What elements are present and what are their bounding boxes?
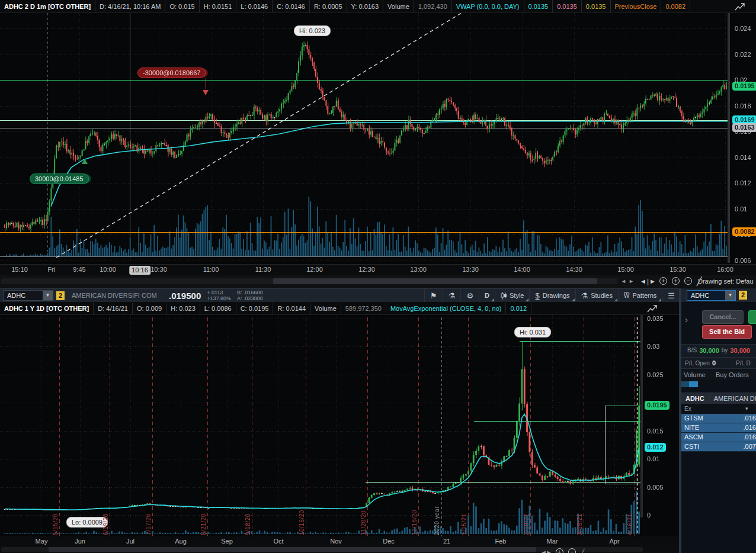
drawing-set-label[interactable]: Drawing set: Defau xyxy=(698,278,754,285)
time-axis-label: Aug xyxy=(175,538,187,545)
ADHC 2 D 1m intraday canvas[interactable] xyxy=(0,13,756,264)
chart-maximize-icon[interactable] xyxy=(735,2,747,11)
sort-descending-icon[interactable]: ▾ xyxy=(745,406,748,411)
time-axis-label: Oct xyxy=(273,538,283,545)
change-stack: +.0113 +137.80% xyxy=(207,290,231,301)
level2-row[interactable]: NITE.0160 xyxy=(681,423,756,433)
expiration-date-label: 5/15/20 xyxy=(52,494,59,535)
pan-right-icon[interactable]: ► xyxy=(629,278,634,285)
price-axis-label: 0.024 xyxy=(735,25,751,32)
pl-row: P/L Open 0 P/L D xyxy=(681,357,756,369)
header-field: 589,972,350 xyxy=(341,303,386,314)
daily-crosshair-icon[interactable]: + xyxy=(556,548,563,553)
sidebar-symbol-dropdown[interactable]: ADHC ▾ xyxy=(687,290,736,301)
time-axis-label: 12:30 xyxy=(358,266,375,273)
style-button[interactable]: Style xyxy=(495,289,529,302)
buy-quantity[interactable]: 30,000 xyxy=(699,347,719,354)
bid-price: .0070 xyxy=(726,443,756,450)
time-axis-label: Nov xyxy=(330,538,342,545)
time-axis-label: May xyxy=(36,538,48,545)
daily-auto-scroll-icon[interactable]: ◄► xyxy=(540,549,551,553)
intraday-pan-controls: ◄ ► xyxy=(621,278,634,285)
intraday-chart[interactable]: 0.0240.0220.020.0180.0160.0140.0120.010.… xyxy=(0,13,756,264)
pl-open-value: 0 xyxy=(712,359,716,366)
expiration-date-label: 3/19/21 xyxy=(576,494,583,535)
daily-zoom-out-icon[interactable]: − xyxy=(568,548,576,553)
expiration-date-label: 4/16/21 xyxy=(627,494,633,535)
daily-scrollbar-thumb[interactable] xyxy=(49,547,536,552)
intraday-scrollbar-thumb[interactable] xyxy=(273,278,597,284)
buy-order-bubble: 30000@0.01485 xyxy=(30,173,89,184)
cancel-button[interactable]: Cancel... xyxy=(702,310,744,324)
sidebar-expand-chevron-icon[interactable]: › xyxy=(685,314,688,324)
crosshair-icon[interactable]: + xyxy=(659,277,667,285)
corporate-actions-button[interactable]: ⚑ xyxy=(424,289,443,302)
daily-chart[interactable]: 0.0350.030.0250.0150.010.00500.01950.012… xyxy=(0,315,680,536)
change-value: +.0113 xyxy=(207,290,231,295)
sidebar-dropdown-arrow-icon[interactable]: ▾ xyxy=(725,291,735,300)
chart-menu-button[interactable]: ☰ xyxy=(662,289,680,302)
timeframe-button[interactable]: D xyxy=(479,289,495,302)
sell-the-bid-button[interactable]: Sell the Bid xyxy=(702,325,752,339)
time-axis-label: 14:00 xyxy=(514,266,530,273)
header-field: 0.012 xyxy=(506,303,531,314)
quick-study-button[interactable]: ⚗ xyxy=(443,289,461,302)
symbol-dropdown-arrow-icon[interactable]: ▾ xyxy=(43,291,53,300)
daily-chart-maximize-icon[interactable] xyxy=(647,304,659,313)
level2-row[interactable]: ASCM.0165 xyxy=(681,433,756,442)
auto-scroll-icon[interactable]: ◄❘► xyxy=(640,278,655,285)
price-axis-label: 0 xyxy=(647,512,651,519)
sell-arrow-icon xyxy=(203,90,209,95)
level2-symbol-tab[interactable]: ADHC xyxy=(681,395,709,402)
bid-price: .0165 xyxy=(726,433,756,441)
time-axis-label: Fri xyxy=(48,266,56,273)
expiration-date-label: 6/19/20 xyxy=(102,494,109,535)
price-axis-bubble: 0.0195 xyxy=(732,82,756,91)
symbol-dropdown[interactable]: ADHC ▾ xyxy=(3,290,53,301)
header-field: 1,092,430 xyxy=(414,0,452,12)
bid-price: .0160 xyxy=(726,424,756,431)
panel-divider[interactable] xyxy=(679,288,680,553)
exchange-column-label[interactable]: Ex xyxy=(684,406,691,412)
time-axis-label: 21 xyxy=(443,538,450,545)
year-divider-label: 2020 year xyxy=(434,489,440,535)
ask-value: A: .023000 xyxy=(237,295,263,301)
settings-button[interactable]: ⚙ xyxy=(460,289,479,302)
pattern-w-icon: W xyxy=(624,292,629,299)
daily-pencil-icon[interactable]: ╱ xyxy=(581,549,585,553)
time-axis-label: Sep xyxy=(221,538,233,545)
level2-row[interactable]: CSTI.0070 xyxy=(681,442,756,452)
daily-time-axis: MayJunJulAugSepOctNovDec21FebMarApr xyxy=(0,536,680,546)
sidebar-link-badge[interactable]: 2 xyxy=(739,291,747,300)
price-axis-label: 0.01 xyxy=(647,455,659,462)
sell-quantity[interactable]: 30,000 xyxy=(730,347,750,354)
main-toolbar: ADHC ▾ 2 AMERICAN DIVERSIFI COM .019500 … xyxy=(0,288,680,303)
level2-row[interactable]: GTSM.0160 xyxy=(681,414,756,423)
time-axis-label: 11:30 xyxy=(255,266,271,273)
zoom-in-icon[interactable]: + xyxy=(672,277,680,285)
change-percent: +137.80% xyxy=(207,295,231,301)
bid-price: .0160 xyxy=(726,414,756,422)
zoom-out-icon[interactable]: − xyxy=(684,277,692,285)
sidebar-header: ADHC ▾ 2 xyxy=(681,288,756,303)
drawings-button[interactable]: $Drawings xyxy=(529,289,575,302)
pan-left-icon[interactable]: ◄ xyxy=(621,278,626,285)
gear-icon: ⚙ xyxy=(466,291,473,300)
time-axis-label: 13:00 xyxy=(410,266,427,273)
level2-header: ADHC AMERICAN DIV xyxy=(681,393,756,404)
header-field: C: 0.0146 xyxy=(273,0,310,12)
link-badge[interactable]: 2 xyxy=(56,291,65,300)
studies-button[interactable]: ⚗Studies xyxy=(575,289,618,302)
time-axis-label: 15:00 xyxy=(617,266,634,273)
header-field: R: 0.0005 xyxy=(310,0,347,12)
level2-rows: GTSM.0160NITE.0160ASCM.0165CSTI.0070 xyxy=(681,414,756,452)
hi-lo-bubble: Hi: 0.031 xyxy=(514,327,551,337)
buy-button-clipped[interactable] xyxy=(748,310,756,324)
header-field: L: 0.0146 xyxy=(236,0,273,12)
header-field: ADHC 1 Y 1D [OTC OTHER] xyxy=(0,303,94,314)
flag-icon: ⚑ xyxy=(430,291,437,300)
level2-column-header[interactable]: Ex ▾ xyxy=(681,405,756,413)
header-field: R: 0.0144 xyxy=(273,303,310,314)
patterns-button[interactable]: WPatterns xyxy=(618,289,662,302)
company-name: AMERICAN DIVERSIFI COM xyxy=(72,292,165,299)
